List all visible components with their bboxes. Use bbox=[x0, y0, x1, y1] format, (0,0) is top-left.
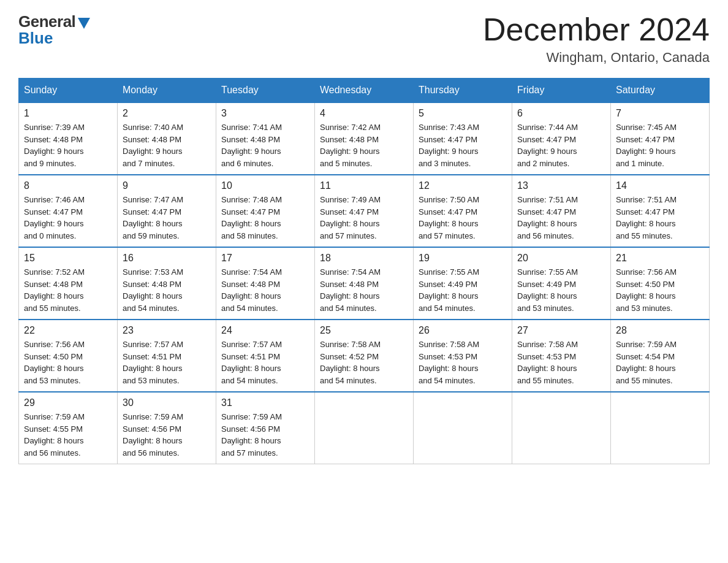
day-info: Sunrise: 7:51 AM Sunset: 4:47 PM Dayligh… bbox=[616, 194, 704, 242]
calendar-week-row: 22Sunrise: 7:56 AM Sunset: 4:50 PM Dayli… bbox=[19, 320, 710, 392]
calendar-day-cell: 9Sunrise: 7:47 AM Sunset: 4:47 PM Daylig… bbox=[118, 175, 216, 247]
calendar-day-cell: 27Sunrise: 7:58 AM Sunset: 4:53 PM Dayli… bbox=[512, 320, 611, 392]
calendar-day-cell: 8Sunrise: 7:46 AM Sunset: 4:47 PM Daylig… bbox=[19, 175, 118, 247]
day-number: 8 bbox=[24, 180, 112, 191]
calendar-day-cell: 13Sunrise: 7:51 AM Sunset: 4:47 PM Dayli… bbox=[512, 175, 611, 247]
calendar-day-cell: 17Sunrise: 7:54 AM Sunset: 4:48 PM Dayli… bbox=[216, 247, 315, 320]
day-number: 19 bbox=[419, 253, 507, 264]
day-info: Sunrise: 7:59 AM Sunset: 4:56 PM Dayligh… bbox=[221, 411, 309, 459]
calendar-day-cell: 5Sunrise: 7:43 AM Sunset: 4:47 PM Daylig… bbox=[414, 102, 512, 175]
day-info: Sunrise: 7:41 AM Sunset: 4:48 PM Dayligh… bbox=[221, 121, 309, 169]
day-number: 24 bbox=[221, 325, 309, 336]
calendar-day-cell: 12Sunrise: 7:50 AM Sunset: 4:47 PM Dayli… bbox=[414, 175, 512, 247]
day-info: Sunrise: 7:54 AM Sunset: 4:48 PM Dayligh… bbox=[221, 266, 309, 314]
day-number: 3 bbox=[221, 108, 309, 119]
day-number: 10 bbox=[221, 180, 309, 191]
calendar-day-cell: 26Sunrise: 7:58 AM Sunset: 4:53 PM Dayli… bbox=[414, 320, 512, 392]
weekday-header-saturday: Saturday bbox=[611, 79, 710, 103]
calendar-day-cell: 3Sunrise: 7:41 AM Sunset: 4:48 PM Daylig… bbox=[216, 102, 315, 175]
calendar-day-cell: 18Sunrise: 7:54 AM Sunset: 4:48 PM Dayli… bbox=[315, 247, 414, 320]
calendar-day-cell: 6Sunrise: 7:44 AM Sunset: 4:47 PM Daylig… bbox=[512, 102, 611, 175]
calendar-week-row: 1Sunrise: 7:39 AM Sunset: 4:48 PM Daylig… bbox=[19, 102, 710, 175]
day-number: 9 bbox=[123, 180, 211, 191]
weekday-header-friday: Friday bbox=[512, 79, 611, 103]
day-number: 22 bbox=[24, 325, 112, 336]
day-number: 27 bbox=[517, 325, 605, 336]
calendar-day-cell: 23Sunrise: 7:57 AM Sunset: 4:51 PM Dayli… bbox=[118, 320, 216, 392]
month-title: December 2024 bbox=[483, 12, 710, 47]
day-info: Sunrise: 7:48 AM Sunset: 4:47 PM Dayligh… bbox=[221, 194, 309, 242]
title-block: December 2024 Wingham, Ontario, Canada bbox=[483, 12, 710, 66]
empty-day-cell bbox=[611, 392, 710, 464]
empty-day-cell bbox=[512, 392, 611, 464]
calendar-day-cell: 14Sunrise: 7:51 AM Sunset: 4:47 PM Dayli… bbox=[611, 175, 710, 247]
day-number: 7 bbox=[616, 108, 704, 119]
day-info: Sunrise: 7:57 AM Sunset: 4:51 PM Dayligh… bbox=[221, 339, 309, 386]
day-info: Sunrise: 7:58 AM Sunset: 4:53 PM Dayligh… bbox=[419, 339, 507, 386]
day-info: Sunrise: 7:52 AM Sunset: 4:48 PM Dayligh… bbox=[24, 266, 112, 314]
day-number: 21 bbox=[616, 253, 704, 264]
day-number: 25 bbox=[320, 325, 408, 336]
day-info: Sunrise: 7:57 AM Sunset: 4:51 PM Dayligh… bbox=[123, 339, 211, 386]
weekday-header-tuesday: Tuesday bbox=[216, 79, 315, 103]
day-number: 18 bbox=[320, 253, 408, 264]
day-number: 26 bbox=[419, 325, 507, 336]
day-info: Sunrise: 7:56 AM Sunset: 4:50 PM Dayligh… bbox=[24, 339, 112, 386]
calendar-day-cell: 25Sunrise: 7:58 AM Sunset: 4:52 PM Dayli… bbox=[315, 320, 414, 392]
calendar-day-cell: 11Sunrise: 7:49 AM Sunset: 4:47 PM Dayli… bbox=[315, 175, 414, 247]
weekday-header-wednesday: Wednesday bbox=[315, 79, 414, 103]
logo-blue-text: Blue bbox=[18, 29, 53, 48]
day-number: 28 bbox=[616, 325, 704, 336]
day-info: Sunrise: 7:46 AM Sunset: 4:47 PM Dayligh… bbox=[24, 194, 112, 242]
location-title: Wingham, Ontario, Canada bbox=[483, 50, 710, 66]
calendar-day-cell: 22Sunrise: 7:56 AM Sunset: 4:50 PM Dayli… bbox=[19, 320, 118, 392]
day-info: Sunrise: 7:54 AM Sunset: 4:48 PM Dayligh… bbox=[320, 266, 408, 314]
calendar-table: SundayMondayTuesdayWednesdayThursdayFrid… bbox=[18, 78, 710, 464]
day-info: Sunrise: 7:59 AM Sunset: 4:56 PM Dayligh… bbox=[123, 411, 211, 459]
day-number: 31 bbox=[221, 397, 309, 408]
calendar-day-cell: 31Sunrise: 7:59 AM Sunset: 4:56 PM Dayli… bbox=[216, 392, 315, 464]
day-number: 1 bbox=[24, 108, 112, 119]
day-number: 4 bbox=[320, 108, 408, 119]
day-info: Sunrise: 7:56 AM Sunset: 4:50 PM Dayligh… bbox=[616, 266, 704, 314]
calendar-day-cell: 19Sunrise: 7:55 AM Sunset: 4:49 PM Dayli… bbox=[414, 247, 512, 320]
day-number: 16 bbox=[123, 253, 211, 264]
day-number: 17 bbox=[221, 253, 309, 264]
page-header: General Blue December 2024 Wingham, Onta… bbox=[18, 12, 710, 66]
weekday-header-row: SundayMondayTuesdayWednesdayThursdayFrid… bbox=[19, 79, 710, 103]
calendar-day-cell: 1Sunrise: 7:39 AM Sunset: 4:48 PM Daylig… bbox=[19, 102, 118, 175]
day-number: 2 bbox=[123, 108, 211, 119]
calendar-day-cell: 28Sunrise: 7:59 AM Sunset: 4:54 PM Dayli… bbox=[611, 320, 710, 392]
weekday-header-thursday: Thursday bbox=[414, 79, 512, 103]
weekday-header-sunday: Sunday bbox=[19, 79, 118, 103]
logo-triangle-icon bbox=[78, 18, 90, 29]
day-number: 15 bbox=[24, 253, 112, 264]
day-info: Sunrise: 7:58 AM Sunset: 4:53 PM Dayligh… bbox=[517, 339, 605, 386]
day-info: Sunrise: 7:59 AM Sunset: 4:55 PM Dayligh… bbox=[24, 411, 112, 459]
day-number: 12 bbox=[419, 180, 507, 191]
day-info: Sunrise: 7:45 AM Sunset: 4:47 PM Dayligh… bbox=[616, 121, 704, 169]
calendar-day-cell: 30Sunrise: 7:59 AM Sunset: 4:56 PM Dayli… bbox=[118, 392, 216, 464]
day-number: 29 bbox=[24, 397, 112, 408]
calendar-day-cell: 16Sunrise: 7:53 AM Sunset: 4:48 PM Dayli… bbox=[118, 247, 216, 320]
day-info: Sunrise: 7:44 AM Sunset: 4:47 PM Dayligh… bbox=[517, 121, 605, 169]
day-info: Sunrise: 7:43 AM Sunset: 4:47 PM Dayligh… bbox=[419, 121, 507, 169]
day-info: Sunrise: 7:40 AM Sunset: 4:48 PM Dayligh… bbox=[123, 121, 211, 169]
day-number: 13 bbox=[517, 180, 605, 191]
day-info: Sunrise: 7:59 AM Sunset: 4:54 PM Dayligh… bbox=[616, 339, 704, 386]
weekday-header-monday: Monday bbox=[118, 79, 216, 103]
day-info: Sunrise: 7:58 AM Sunset: 4:52 PM Dayligh… bbox=[320, 339, 408, 386]
day-info: Sunrise: 7:53 AM Sunset: 4:48 PM Dayligh… bbox=[123, 266, 211, 314]
empty-day-cell bbox=[414, 392, 512, 464]
calendar-day-cell: 10Sunrise: 7:48 AM Sunset: 4:47 PM Dayli… bbox=[216, 175, 315, 247]
logo: General Blue bbox=[18, 12, 90, 48]
day-number: 6 bbox=[517, 108, 605, 119]
day-info: Sunrise: 7:55 AM Sunset: 4:49 PM Dayligh… bbox=[419, 266, 507, 314]
day-info: Sunrise: 7:51 AM Sunset: 4:47 PM Dayligh… bbox=[517, 194, 605, 242]
day-info: Sunrise: 7:49 AM Sunset: 4:47 PM Dayligh… bbox=[320, 194, 408, 242]
day-number: 14 bbox=[616, 180, 704, 191]
day-info: Sunrise: 7:42 AM Sunset: 4:48 PM Dayligh… bbox=[320, 121, 408, 169]
day-number: 5 bbox=[419, 108, 507, 119]
calendar-day-cell: 21Sunrise: 7:56 AM Sunset: 4:50 PM Dayli… bbox=[611, 247, 710, 320]
day-number: 30 bbox=[123, 397, 211, 408]
